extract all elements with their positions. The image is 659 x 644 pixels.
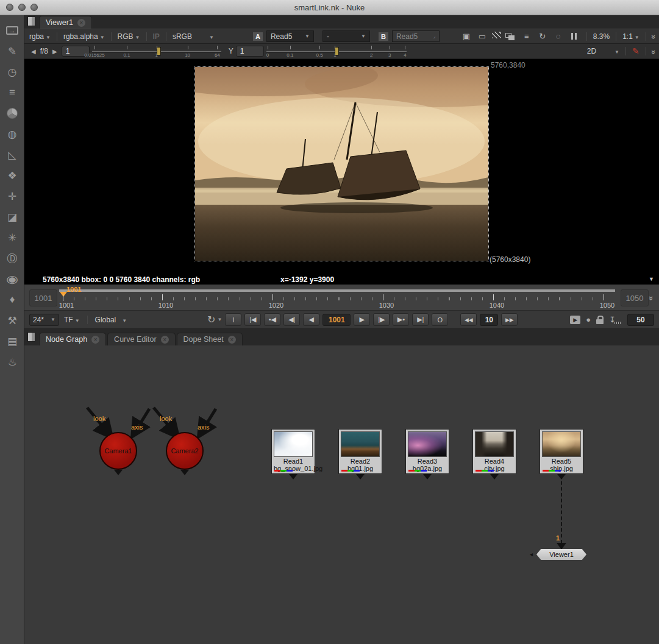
node-viewer1[interactable]: Viewer1 bbox=[536, 549, 586, 560]
gain-slider[interactable]: 0.0156250.111064 bbox=[92, 44, 221, 58]
close-tab-icon[interactable]: × bbox=[161, 336, 169, 344]
play-forward-button[interactable]: ▶ bbox=[354, 313, 370, 326]
merge-layers-icon[interactable]: ❖ bbox=[0, 165, 24, 186]
node-camera2[interactable]: lookaxisCamera2 bbox=[143, 406, 228, 486]
node-read1[interactable]: Read1bg_snow_01.jpg bbox=[271, 429, 315, 474]
pause-icon[interactable] bbox=[568, 32, 580, 41]
compare-op-select[interactable]: -▼ bbox=[322, 30, 370, 42]
decrement-frame-button[interactable]: ◀◀ bbox=[460, 313, 477, 326]
input-mode-button[interactable]: I bbox=[225, 313, 241, 326]
keyer-sampler-icon[interactable]: ◺ bbox=[0, 144, 24, 165]
toolsets-wrench-icon[interactable]: ⚒ bbox=[0, 310, 24, 331]
close-tab-icon[interactable]: × bbox=[228, 336, 236, 344]
time-clock-icon[interactable]: ◷ bbox=[0, 62, 24, 82]
draw-pencil-icon[interactable]: ✎ bbox=[0, 41, 24, 62]
range-end-input[interactable]: 1050 bbox=[621, 289, 649, 306]
fps-select[interactable]: 24*▼ bbox=[29, 314, 59, 326]
collapse-chevron-icon[interactable]: » bbox=[649, 49, 658, 52]
other-drawer-icon[interactable]: ▤ bbox=[0, 331, 24, 352]
node-read5[interactable]: Read5ship.jpg bbox=[540, 429, 583, 474]
tab-viewer1[interactable]: Viewer1 × bbox=[39, 16, 92, 29]
title-bar[interactable]: smartLink.nk - Nuke bbox=[0, 0, 659, 15]
view-mode-select[interactable]: 2D▼ bbox=[587, 47, 619, 55]
pixel-aspect-select[interactable]: 1:1▼ bbox=[622, 32, 639, 41]
close-tab-icon[interactable]: × bbox=[91, 336, 99, 344]
fstop-label[interactable]: f/8 bbox=[40, 47, 48, 55]
tab-curve-editor[interactable]: Curve Editor× bbox=[107, 333, 175, 345]
node-graph[interactable]: 1 ◂ Viewer1 lookaxisCamera1lookaxisCamer… bbox=[24, 345, 659, 644]
goto-start-button[interactable]: |◀ bbox=[244, 313, 261, 326]
range-loop-button[interactable]: O bbox=[432, 313, 448, 326]
timeline-ruler[interactable]: 1001 100110101020103010401050 bbox=[59, 288, 615, 309]
refresh-icon[interactable]: ↻ bbox=[536, 32, 549, 41]
current-frame-input[interactable]: 1001 bbox=[322, 314, 351, 326]
3d-cube-icon[interactable]: ◪ bbox=[0, 207, 24, 227]
color-wheel-icon[interactable] bbox=[0, 103, 24, 124]
close-tab-icon[interactable]: × bbox=[77, 19, 85, 27]
collapse-chevron-icon[interactable]: » bbox=[649, 35, 658, 38]
stack-mode-icon[interactable]: ≡ bbox=[521, 32, 533, 41]
range-start-input[interactable]: 1001 bbox=[29, 289, 57, 306]
loop-mode-icon[interactable]: ↻▼ bbox=[207, 314, 222, 325]
pane-menu-icon[interactable] bbox=[27, 332, 35, 342]
channel-bars-icon[interactable]: ≡ bbox=[0, 82, 24, 103]
overlay-compare-icon[interactable] bbox=[505, 32, 517, 41]
lock-range-icon[interactable] bbox=[596, 316, 604, 324]
next-keyframe-button[interactable]: ▶• bbox=[393, 313, 409, 326]
b-input-select[interactable]: Read5◞ bbox=[392, 30, 440, 42]
step-forward-button[interactable]: |▶ bbox=[373, 313, 390, 326]
step-back-button[interactable]: ◀| bbox=[283, 313, 300, 326]
zoom-level[interactable]: 8.3% bbox=[593, 32, 610, 41]
stop-up-icon[interactable]: ▶ bbox=[51, 48, 59, 55]
image-resolution-label: (5760x3840) bbox=[490, 255, 530, 264]
filter-pattern-icon[interactable]: ◍ bbox=[0, 124, 24, 144]
transform-move-icon[interactable]: ✛ bbox=[0, 186, 24, 207]
wipe-icon[interactable] bbox=[492, 32, 501, 38]
viewer-canvas[interactable]: 5760,3840 (5760x3840) bbox=[24, 59, 659, 274]
gamma-slider[interactable]: 00.10.51234 bbox=[266, 44, 407, 58]
metadata-tag-icon[interactable]: ♦ bbox=[0, 289, 24, 310]
channel-layer-select[interactable]: rgba▼ bbox=[29, 32, 51, 41]
furnace-flame-icon[interactable]: ♨ bbox=[0, 352, 24, 372]
goto-end-button[interactable]: ▶| bbox=[412, 313, 429, 326]
zoom-window-icon[interactable] bbox=[30, 4, 38, 11]
input-process-toggle[interactable]: IP bbox=[153, 32, 160, 41]
close-window-icon[interactable] bbox=[6, 4, 13, 11]
roi-icon[interactable]: ◌ bbox=[552, 32, 565, 41]
alpha-channel-select[interactable]: rgba.alpha▼ bbox=[63, 32, 105, 41]
play-flipbook-icon[interactable]: ▶ bbox=[570, 316, 580, 324]
play-backward-button[interactable]: ◀ bbox=[303, 313, 319, 326]
channel-indicator bbox=[274, 470, 293, 472]
node-read2[interactable]: Read2bg01.jpg bbox=[338, 429, 382, 474]
image-read-icon[interactable]: → bbox=[0, 20, 24, 41]
gain-display-icon[interactable]: ▣ bbox=[460, 32, 472, 41]
a-input-select[interactable]: Read5▼ bbox=[266, 30, 314, 42]
node-read3[interactable]: Read3bg02a.jpg bbox=[405, 429, 449, 474]
range-bar[interactable] bbox=[59, 289, 615, 292]
desired-fps-input[interactable]: 50 bbox=[627, 314, 654, 326]
collapse-chevron-icon[interactable]: » bbox=[647, 296, 656, 299]
annotation-pen-icon[interactable]: ✎ bbox=[632, 46, 639, 56]
increment-frame-button[interactable]: ▶▶ bbox=[501, 313, 518, 326]
prev-keyframe-button[interactable]: •◀ bbox=[264, 313, 280, 326]
display-channel-select[interactable]: RGB▼ bbox=[118, 32, 140, 41]
frame-increment-input[interactable]: 10 bbox=[480, 314, 498, 326]
record-icon[interactable]: ● bbox=[586, 315, 591, 324]
pane-menu-icon[interactable] bbox=[27, 16, 35, 26]
minimize-window-icon[interactable] bbox=[18, 4, 26, 11]
gamma-input[interactable]: 1 bbox=[236, 46, 264, 57]
tab-node-graph[interactable]: Node Graph× bbox=[39, 333, 106, 345]
deep-icon[interactable]: Ⓓ bbox=[0, 248, 24, 269]
tab-dope-sheet[interactable]: Dope Sheet× bbox=[177, 333, 243, 345]
node-read4[interactable]: Read4city.jpg bbox=[472, 429, 516, 474]
stop-down-icon[interactable]: ◀ bbox=[29, 48, 38, 55]
camera-node-body[interactable]: Camera1 bbox=[99, 432, 137, 470]
status-menu-icon[interactable]: ▼ bbox=[649, 276, 654, 282]
frame-range-select[interactable]: Global▼ bbox=[95, 316, 127, 324]
viewer-colorspace-select[interactable]: sRGB▼ bbox=[173, 32, 214, 41]
playback-mode-select[interactable]: TF▼ bbox=[64, 316, 80, 324]
render-to-timeline-icon[interactable]: ↧ bbox=[609, 315, 621, 324]
camera-node-body[interactable]: Camera2 bbox=[166, 432, 204, 470]
mask-display-icon[interactable]: ▭ bbox=[476, 32, 488, 41]
particles-icon[interactable]: ✳ bbox=[0, 227, 24, 248]
